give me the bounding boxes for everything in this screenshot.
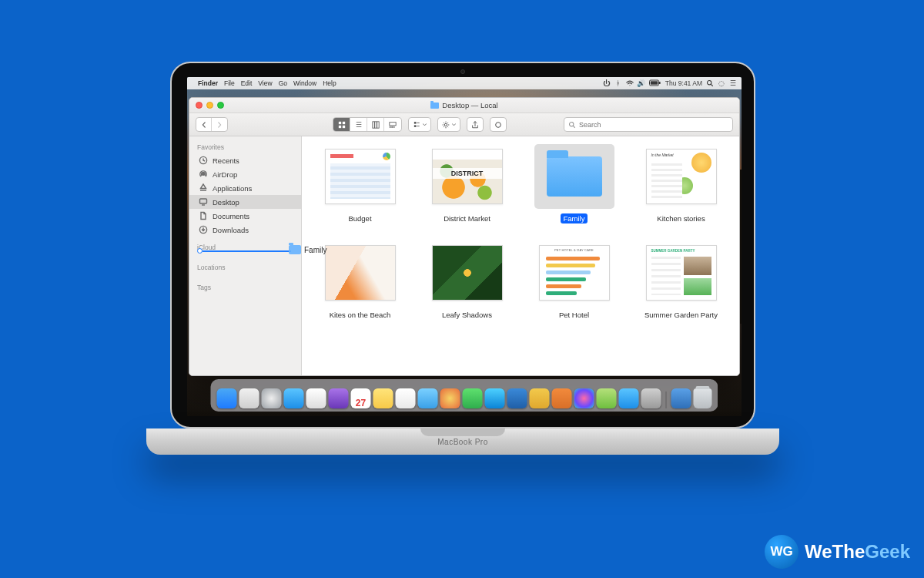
trackpad-notch xyxy=(420,428,505,436)
window-fullscreen-button[interactable] xyxy=(217,102,224,109)
dock-safari[interactable] xyxy=(284,388,304,408)
file-item[interactable]: Pet Hotel xyxy=(527,240,621,320)
svg-point-3 xyxy=(708,81,711,85)
file-label: Kites on the Beach xyxy=(326,310,394,320)
view-list-button[interactable]: ☰ xyxy=(350,118,367,131)
sidebar-item-label: Recents xyxy=(213,156,239,165)
dock-separator xyxy=(666,391,667,408)
status-siri-icon[interactable]: ◌ xyxy=(718,79,725,87)
laptop-brand-label: MacBook Pro xyxy=(146,438,779,446)
view-column-button[interactable] xyxy=(367,118,384,131)
dock-mail[interactable] xyxy=(306,388,326,408)
dock-notes[interactable] xyxy=(373,388,393,408)
sidebar-item-applications[interactable]: Applications xyxy=(189,181,301,195)
svg-rect-11 xyxy=(377,121,379,127)
sidebar-item-airdrop[interactable]: AirDrop xyxy=(189,167,301,181)
sidebar-heading-locations: Locations xyxy=(189,261,301,274)
drag-ghost-label: Family xyxy=(304,246,326,254)
dock-preferences[interactable] xyxy=(641,388,661,408)
dock-numbers[interactable] xyxy=(530,388,550,408)
file-label: District Market xyxy=(440,213,494,223)
dock-reminders[interactable] xyxy=(396,388,416,408)
nav-back-button[interactable] xyxy=(196,118,212,131)
status-bluetooth-icon[interactable]: ᚼ xyxy=(614,79,622,87)
sidebar-item-desktop[interactable]: Desktop xyxy=(189,195,301,209)
sidebar-item-downloads[interactable]: Downloads xyxy=(189,223,301,237)
dock-photos[interactable] xyxy=(440,388,460,408)
group-by-button[interactable] xyxy=(409,118,430,131)
svg-rect-16 xyxy=(413,122,416,124)
view-icon-button[interactable] xyxy=(333,118,350,131)
titlebar-folder-icon xyxy=(430,102,439,109)
status-clock[interactable]: Thu 9:41 AM xyxy=(665,79,702,87)
dock-downloads-stack[interactable] xyxy=(671,388,691,408)
dock-maps[interactable] xyxy=(418,388,438,408)
nav-forward-button[interactable] xyxy=(212,118,227,131)
file-thumbnail xyxy=(646,245,717,301)
status-volume-icon[interactable]: 🔊 xyxy=(638,79,645,87)
dock-calendar[interactable]: 27 xyxy=(351,388,371,408)
dock-contacts[interactable] xyxy=(329,388,349,408)
gear-icon xyxy=(442,121,450,129)
dock-facetime[interactable] xyxy=(485,388,505,408)
tag-icon xyxy=(494,121,502,129)
file-item[interactable]: District Market xyxy=(420,144,514,223)
svg-line-26 xyxy=(447,126,448,127)
dock-finder[interactable] xyxy=(217,388,237,408)
file-label: Family xyxy=(561,213,588,223)
tags-button[interactable] xyxy=(490,117,507,132)
menubar-app-name[interactable]: Finder xyxy=(198,79,218,87)
desktop-icon xyxy=(199,197,208,207)
file-item[interactable]: Summer Garden Party xyxy=(634,240,728,320)
svg-line-28 xyxy=(447,122,448,123)
file-item[interactable]: Kitchen stories xyxy=(634,144,728,223)
status-spotlight-icon[interactable] xyxy=(706,79,714,87)
view-mode-segment: ☰ xyxy=(333,117,402,132)
svg-rect-5 xyxy=(338,121,340,123)
file-item-selected[interactable]: Family xyxy=(527,144,621,223)
menu-edit[interactable]: Edit xyxy=(241,79,253,87)
menu-file[interactable]: File xyxy=(224,79,235,87)
window-close-button[interactable] xyxy=(196,102,203,109)
macos-dock: 27 xyxy=(211,379,718,412)
dock-trash[interactable] xyxy=(694,388,712,408)
status-notifications-icon[interactable]: ☰ xyxy=(729,79,737,87)
status-battery-icon[interactable] xyxy=(649,79,661,87)
svg-point-20 xyxy=(444,123,447,126)
file-item[interactable]: Budget xyxy=(313,144,407,223)
chevron-down-icon xyxy=(452,123,456,126)
view-gallery-button[interactable] xyxy=(384,118,401,131)
watermark-logo: WG xyxy=(765,535,798,569)
menu-view[interactable]: View xyxy=(258,79,272,87)
file-label: Leafy Shadows xyxy=(439,310,495,320)
window-minimize-button[interactable] xyxy=(206,102,213,109)
clock-icon xyxy=(199,156,208,165)
search-field[interactable] xyxy=(564,117,733,132)
share-button[interactable] xyxy=(467,117,484,132)
file-item[interactable]: Leafy Shadows xyxy=(420,240,514,320)
sidebar-item-documents[interactable]: Documents xyxy=(189,209,301,223)
status-power-icon[interactable]: ⏻ xyxy=(603,79,611,87)
sidebar-item-recents[interactable]: Recents xyxy=(189,153,301,167)
dock-keynote[interactable] xyxy=(552,388,572,408)
dock-launchpad[interactable] xyxy=(262,388,282,408)
svg-rect-13 xyxy=(390,126,391,128)
file-thumbnail xyxy=(539,245,610,301)
action-menu-button[interactable] xyxy=(437,117,460,132)
status-wifi-icon[interactable] xyxy=(626,79,634,87)
dock-ibooks[interactable] xyxy=(597,388,617,408)
dock-itunes[interactable] xyxy=(574,388,594,408)
search-input[interactable] xyxy=(579,121,728,129)
menu-window[interactable]: Window xyxy=(293,79,316,87)
dock-pages[interactable] xyxy=(507,388,527,408)
menu-help[interactable]: Help xyxy=(323,79,336,87)
file-label: Kitchen stories xyxy=(654,213,708,223)
svg-point-29 xyxy=(496,122,501,127)
svg-rect-14 xyxy=(391,126,393,128)
dock-siri[interactable] xyxy=(239,388,259,408)
dock-appstore[interactable] xyxy=(619,388,639,408)
menu-go[interactable]: Go xyxy=(279,79,287,87)
dock-messages[interactable] xyxy=(463,388,483,408)
svg-line-25 xyxy=(444,122,444,123)
window-titlebar[interactable]: Desktop — Local xyxy=(189,98,739,113)
